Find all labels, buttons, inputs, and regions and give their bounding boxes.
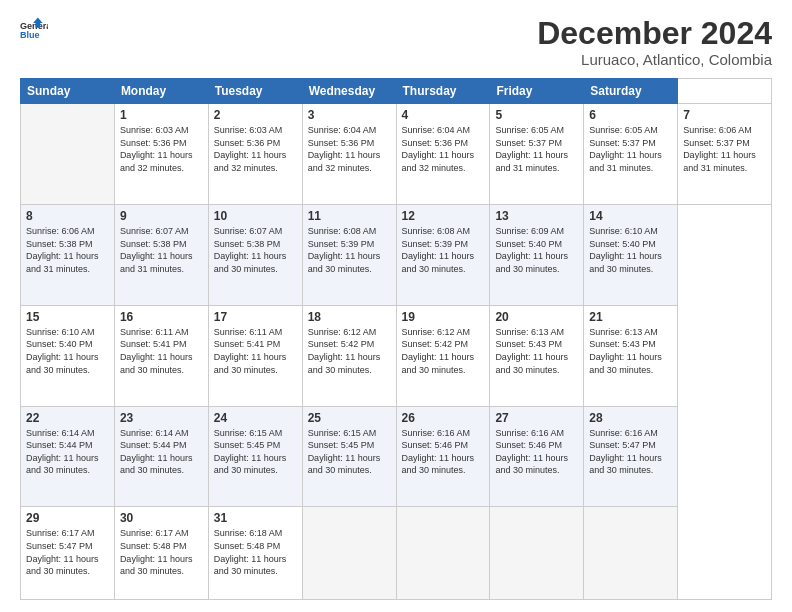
table-row: 6Sunrise: 6:05 AMSunset: 5:37 PMDaylight… <box>584 104 678 205</box>
table-row: 21Sunrise: 6:13 AMSunset: 5:43 PMDayligh… <box>584 305 678 406</box>
day-number: 23 <box>120 411 203 425</box>
header: General Blue December 2024 Luruaco, Atla… <box>20 16 772 68</box>
table-row: 30Sunrise: 6:17 AMSunset: 5:48 PMDayligh… <box>114 507 208 600</box>
table-row: 13Sunrise: 6:09 AMSunset: 5:40 PMDayligh… <box>490 204 584 305</box>
col-thursday: Thursday <box>396 79 490 104</box>
day-number: 17 <box>214 310 297 324</box>
day-info: Sunrise: 6:14 AMSunset: 5:44 PMDaylight:… <box>120 427 203 477</box>
day-number: 22 <box>26 411 109 425</box>
day-number: 27 <box>495 411 578 425</box>
day-number: 5 <box>495 108 578 122</box>
table-row: 10Sunrise: 6:07 AMSunset: 5:38 PMDayligh… <box>208 204 302 305</box>
table-row: 19Sunrise: 6:12 AMSunset: 5:42 PMDayligh… <box>396 305 490 406</box>
day-info: Sunrise: 6:08 AMSunset: 5:39 PMDaylight:… <box>402 225 485 275</box>
day-number: 20 <box>495 310 578 324</box>
col-monday: Monday <box>114 79 208 104</box>
table-row: 20Sunrise: 6:13 AMSunset: 5:43 PMDayligh… <box>490 305 584 406</box>
day-number: 19 <box>402 310 485 324</box>
table-row: 28Sunrise: 6:16 AMSunset: 5:47 PMDayligh… <box>584 406 678 507</box>
day-info: Sunrise: 6:14 AMSunset: 5:44 PMDaylight:… <box>26 427 109 477</box>
day-number: 24 <box>214 411 297 425</box>
day-number: 2 <box>214 108 297 122</box>
day-number: 8 <box>26 209 109 223</box>
week-row-2: 8Sunrise: 6:06 AMSunset: 5:38 PMDaylight… <box>21 204 772 305</box>
day-info: Sunrise: 6:03 AMSunset: 5:36 PMDaylight:… <box>120 124 203 174</box>
day-info: Sunrise: 6:13 AMSunset: 5:43 PMDaylight:… <box>589 326 672 376</box>
day-number: 9 <box>120 209 203 223</box>
day-number: 21 <box>589 310 672 324</box>
day-number: 16 <box>120 310 203 324</box>
table-row: 24Sunrise: 6:15 AMSunset: 5:45 PMDayligh… <box>208 406 302 507</box>
day-number: 1 <box>120 108 203 122</box>
day-info: Sunrise: 6:17 AMSunset: 5:47 PMDaylight:… <box>26 527 109 577</box>
col-sunday: Sunday <box>21 79 115 104</box>
day-info: Sunrise: 6:15 AMSunset: 5:45 PMDaylight:… <box>214 427 297 477</box>
table-row: 18Sunrise: 6:12 AMSunset: 5:42 PMDayligh… <box>302 305 396 406</box>
table-row: 29Sunrise: 6:17 AMSunset: 5:47 PMDayligh… <box>21 507 115 600</box>
logo-icon: General Blue <box>20 16 48 44</box>
logo: General Blue <box>20 16 48 44</box>
day-info: Sunrise: 6:17 AMSunset: 5:48 PMDaylight:… <box>120 527 203 577</box>
day-info: Sunrise: 6:10 AMSunset: 5:40 PMDaylight:… <box>589 225 672 275</box>
day-number: 30 <box>120 511 203 525</box>
day-number: 3 <box>308 108 391 122</box>
table-row: 5Sunrise: 6:05 AMSunset: 5:37 PMDaylight… <box>490 104 584 205</box>
table-row <box>396 507 490 600</box>
day-info: Sunrise: 6:16 AMSunset: 5:46 PMDaylight:… <box>402 427 485 477</box>
location: Luruaco, Atlantico, Colombia <box>537 51 772 68</box>
table-row: 1Sunrise: 6:03 AMSunset: 5:36 PMDaylight… <box>114 104 208 205</box>
col-wednesday: Wednesday <box>302 79 396 104</box>
table-row: 22Sunrise: 6:14 AMSunset: 5:44 PMDayligh… <box>21 406 115 507</box>
title-section: December 2024 Luruaco, Atlantico, Colomb… <box>537 16 772 68</box>
day-number: 7 <box>683 108 766 122</box>
day-info: Sunrise: 6:11 AMSunset: 5:41 PMDaylight:… <box>120 326 203 376</box>
table-row: 3Sunrise: 6:04 AMSunset: 5:36 PMDaylight… <box>302 104 396 205</box>
day-number: 10 <box>214 209 297 223</box>
day-info: Sunrise: 6:08 AMSunset: 5:39 PMDaylight:… <box>308 225 391 275</box>
day-info: Sunrise: 6:04 AMSunset: 5:36 PMDaylight:… <box>402 124 485 174</box>
day-number: 29 <box>26 511 109 525</box>
col-saturday: Saturday <box>584 79 678 104</box>
col-friday: Friday <box>490 79 584 104</box>
day-number: 18 <box>308 310 391 324</box>
table-row <box>302 507 396 600</box>
table-row: 27Sunrise: 6:16 AMSunset: 5:46 PMDayligh… <box>490 406 584 507</box>
day-number: 15 <box>26 310 109 324</box>
day-number: 12 <box>402 209 485 223</box>
table-row <box>490 507 584 600</box>
table-row: 11Sunrise: 6:08 AMSunset: 5:39 PMDayligh… <box>302 204 396 305</box>
day-info: Sunrise: 6:12 AMSunset: 5:42 PMDaylight:… <box>308 326 391 376</box>
table-row: 2Sunrise: 6:03 AMSunset: 5:36 PMDaylight… <box>208 104 302 205</box>
table-row: 26Sunrise: 6:16 AMSunset: 5:46 PMDayligh… <box>396 406 490 507</box>
table-row: 4Sunrise: 6:04 AMSunset: 5:36 PMDaylight… <box>396 104 490 205</box>
page: General Blue December 2024 Luruaco, Atla… <box>0 0 792 612</box>
day-number: 14 <box>589 209 672 223</box>
table-row: 17Sunrise: 6:11 AMSunset: 5:41 PMDayligh… <box>208 305 302 406</box>
table-row: 7Sunrise: 6:06 AMSunset: 5:37 PMDaylight… <box>678 104 772 205</box>
day-info: Sunrise: 6:06 AMSunset: 5:37 PMDaylight:… <box>683 124 766 174</box>
day-info: Sunrise: 6:10 AMSunset: 5:40 PMDaylight:… <box>26 326 109 376</box>
day-info: Sunrise: 6:05 AMSunset: 5:37 PMDaylight:… <box>589 124 672 174</box>
day-info: Sunrise: 6:13 AMSunset: 5:43 PMDaylight:… <box>495 326 578 376</box>
week-row-3: 15Sunrise: 6:10 AMSunset: 5:40 PMDayligh… <box>21 305 772 406</box>
day-number: 31 <box>214 511 297 525</box>
month-title: December 2024 <box>537 16 772 51</box>
table-row: 31Sunrise: 6:18 AMSunset: 5:48 PMDayligh… <box>208 507 302 600</box>
week-row-4: 22Sunrise: 6:14 AMSunset: 5:44 PMDayligh… <box>21 406 772 507</box>
table-row: 12Sunrise: 6:08 AMSunset: 5:39 PMDayligh… <box>396 204 490 305</box>
week-row-1: 1Sunrise: 6:03 AMSunset: 5:36 PMDaylight… <box>21 104 772 205</box>
day-info: Sunrise: 6:07 AMSunset: 5:38 PMDaylight:… <box>120 225 203 275</box>
day-info: Sunrise: 6:15 AMSunset: 5:45 PMDaylight:… <box>308 427 391 477</box>
day-info: Sunrise: 6:06 AMSunset: 5:38 PMDaylight:… <box>26 225 109 275</box>
svg-text:Blue: Blue <box>20 30 40 40</box>
table-row: 8Sunrise: 6:06 AMSunset: 5:38 PMDaylight… <box>21 204 115 305</box>
calendar-table: Sunday Monday Tuesday Wednesday Thursday… <box>20 78 772 600</box>
day-number: 4 <box>402 108 485 122</box>
day-info: Sunrise: 6:16 AMSunset: 5:47 PMDaylight:… <box>589 427 672 477</box>
day-number: 25 <box>308 411 391 425</box>
day-info: Sunrise: 6:11 AMSunset: 5:41 PMDaylight:… <box>214 326 297 376</box>
day-info: Sunrise: 6:09 AMSunset: 5:40 PMDaylight:… <box>495 225 578 275</box>
table-row: 9Sunrise: 6:07 AMSunset: 5:38 PMDaylight… <box>114 204 208 305</box>
day-info: Sunrise: 6:05 AMSunset: 5:37 PMDaylight:… <box>495 124 578 174</box>
table-row: 25Sunrise: 6:15 AMSunset: 5:45 PMDayligh… <box>302 406 396 507</box>
